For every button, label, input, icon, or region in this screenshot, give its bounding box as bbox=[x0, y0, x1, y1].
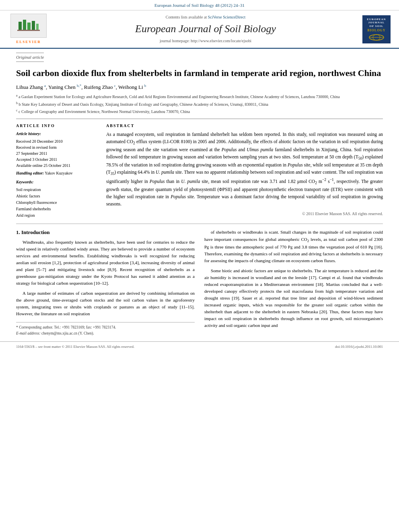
journal-masthead: ELSEVIER Contents lists available at Sci… bbox=[0, 10, 399, 49]
info-abstract-section: ARTICLE INFO Article history: Received 2… bbox=[16, 119, 383, 219]
journal-citation-bar: European Journal of Soil Biology 48 (201… bbox=[0, 0, 399, 10]
intro-para2: A large number of estimates of carbon se… bbox=[16, 290, 195, 317]
svg-rect-4 bbox=[36, 24, 39, 30]
abstract-col: ABSTRACT As a managed ecosystem, soil re… bbox=[106, 123, 383, 219]
intro-body-right: of shelterbelts or windbreaks is scant. … bbox=[204, 229, 383, 329]
intro-heading: 1. Introduction bbox=[16, 229, 195, 236]
logo-of-soil: OF SOIL bbox=[370, 25, 384, 28]
section-divider bbox=[16, 224, 383, 224]
received-date: Received 20 December 2010 bbox=[16, 138, 97, 144]
author-sup-c: c bbox=[114, 84, 116, 88]
affil-c: c c College of Geography and Environment… bbox=[16, 108, 383, 115]
author-sup-a: a bbox=[44, 84, 46, 88]
main-content: Original article Soil carbon dioxide flu… bbox=[0, 49, 399, 341]
accepted-date: Accepted 3 October 2011 bbox=[16, 156, 97, 162]
article-info-col: ARTICLE INFO Article history: Received 2… bbox=[16, 123, 97, 219]
keyword-farmland: Farmland shelterbelts bbox=[16, 206, 97, 212]
footnote-area: * Corresponding author. Tel.: +991 78231… bbox=[16, 322, 195, 337]
keyword-abiotic: Abiotic factors bbox=[16, 193, 97, 199]
journal-logo-left: ELSEVIER bbox=[6, 14, 51, 45]
intro-right-para1: of shelterbelts or windbreaks is scant. … bbox=[204, 229, 383, 264]
keyword-chlorophyll: Chlorophyll fluorescence bbox=[16, 199, 97, 206]
affil-a: a a Gaolan Experiment Station for Ecolog… bbox=[16, 93, 383, 100]
body-section: 1. Introduction Windbreaks, also frequen… bbox=[16, 229, 383, 337]
logo-journal: JOURNAL bbox=[368, 21, 385, 24]
abstract-text: As a managed ecosystem, soil respiration… bbox=[106, 131, 383, 207]
article-type-label: Original article bbox=[16, 53, 44, 62]
article-title: Soil carbon dioxide flux from shelterbel… bbox=[16, 68, 383, 79]
logo-biology: BIOLOGY bbox=[367, 29, 385, 33]
article-info-heading: ARTICLE INFO bbox=[16, 123, 97, 129]
copyright-line: © 2011 Elsevier Masson SAS. All rights r… bbox=[106, 211, 383, 217]
journal-logo-box: EUROPEAN JOURNAL OF SOIL BIOLOGY bbox=[362, 15, 391, 43]
abstract-heading: ABSTRACT bbox=[106, 123, 383, 129]
svg-rect-5 bbox=[17, 30, 40, 31]
svg-rect-3 bbox=[32, 21, 35, 30]
email-footnote: E-mail address: chenym@ms.xjiu.ac.cn (Y.… bbox=[16, 331, 195, 336]
elsevier-brand-text: ELSEVIER bbox=[16, 39, 41, 45]
affiliations-block: a a Gaolan Experiment Station for Ecolog… bbox=[16, 93, 383, 115]
corresponding-footnote: * Corresponding author. Tel.: +991 78231… bbox=[16, 325, 195, 330]
logo-european: EUROPEAN bbox=[367, 18, 386, 21]
svg-rect-0 bbox=[19, 22, 22, 30]
author-sup-b2: b bbox=[144, 84, 146, 88]
svg-rect-2 bbox=[27, 23, 31, 30]
sciverse-availability: Contents lists available at SciVerse Sci… bbox=[55, 14, 356, 20]
author-sup-b1: b,* bbox=[77, 84, 81, 88]
journal-citation-text: European Journal of Soil Biology 48 (201… bbox=[154, 3, 245, 8]
journal-logo-right: EUROPEAN JOURNAL OF SOIL BIOLOGY bbox=[360, 15, 393, 43]
body-left-col: 1. Introduction Windbreaks, also frequen… bbox=[16, 229, 195, 337]
intro-body-left: Windbreaks, also frequently known as she… bbox=[16, 239, 195, 318]
available-date: Available online 25 October 2011 bbox=[16, 162, 97, 168]
elsevier-tree-icon bbox=[16, 18, 41, 34]
journal-homepage: journal homepage: http://www.elsevier.co… bbox=[55, 38, 356, 44]
footer-issn: 1164-5563/$ – see front matter © 2011 El… bbox=[16, 344, 134, 349]
keyword-soil-respiration: Soil respiration bbox=[16, 187, 97, 193]
handling-editor: Handling editor: Yakov Kuzyakov bbox=[16, 170, 97, 176]
intro-para1: Windbreaks, also frequently known as she… bbox=[16, 239, 195, 287]
footer-bar: 1164-5563/$ – see front matter © 2011 El… bbox=[0, 341, 399, 352]
logo-icon bbox=[368, 34, 385, 41]
svg-rect-1 bbox=[23, 20, 26, 30]
body-right-col: of shelterbelts or windbreaks is scant. … bbox=[204, 229, 383, 337]
keywords-label: Keywords: bbox=[16, 179, 97, 185]
journal-header-center: Contents lists available at SciVerse Sci… bbox=[55, 14, 356, 43]
intro-right-para2: Some biotic and abiotic factors are uniq… bbox=[204, 267, 383, 329]
authors-line: Lihua Zhang a, Yaning Chen b,*, Ruifeng … bbox=[16, 83, 383, 91]
footer-doi: doi:10.1016/j.ejsobi.2011.10.001 bbox=[335, 344, 383, 349]
sciverse-link[interactable]: SciVerse ScienceDirect bbox=[208, 15, 246, 19]
revised-date: Received in revised form 27 September 20… bbox=[16, 144, 97, 156]
journal-title: European Journal of Soil Biology bbox=[55, 22, 356, 36]
keyword-arid: Arid region bbox=[16, 212, 97, 219]
article-history-label: Article history: bbox=[16, 131, 97, 137]
affil-b: b b State Key Laboratory of Desert and O… bbox=[16, 101, 383, 107]
